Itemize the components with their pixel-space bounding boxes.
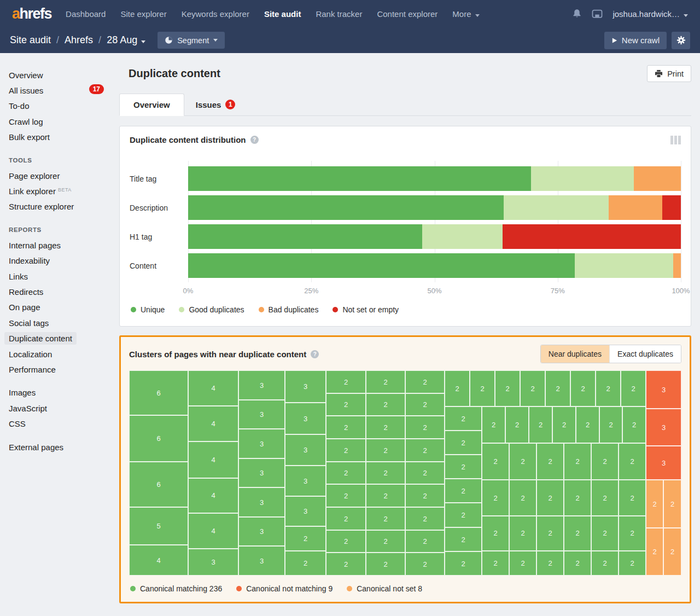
treemap-cell[interactable]: 2 [366,439,405,462]
nav-more[interactable]: More [452,9,479,19]
treemap-cell[interactable]: 2 [663,528,681,576]
monitor-icon[interactable] [592,9,603,19]
segment-button[interactable]: Segment [158,32,225,49]
legend-unique[interactable]: Unique [131,305,165,314]
treemap-cell[interactable]: 2 [564,480,591,516]
sidebar-item-overview[interactable]: Overview [9,67,119,83]
bar-segment-good-duplicates[interactable] [504,195,609,220]
treemap-cell[interactable]: 3 [238,370,285,400]
treemap-cell[interactable]: 2 [576,406,599,443]
sidebar-item-css[interactable]: CSS [9,416,119,431]
treemap-cell[interactable]: 3 [238,517,285,546]
legend-not-set-or-empty[interactable]: Not set or empty [332,305,399,314]
treemap-cell[interactable]: 3 [646,409,681,446]
nav-content-explorer[interactable]: Content explorer [377,9,438,19]
treemap-cell[interactable]: 2 [591,551,619,576]
legend-canonical-not-matching[interactable]: Canonical not matching 9 [236,584,332,593]
treemap-cell[interactable]: 2 [405,484,445,507]
treemap-cell[interactable]: 2 [405,370,445,393]
treemap-cell[interactable]: 2 [482,516,509,551]
settings-button[interactable] [672,32,690,49]
treemap-cell[interactable]: 2 [619,480,646,516]
treemap-cell[interactable]: 2 [570,370,596,406]
treemap-cell[interactable]: 2 [285,551,326,576]
new-crawl-button[interactable]: New crawl [604,32,667,49]
treemap-cell[interactable]: 2 [552,406,576,443]
sidebar-item-internal-pages[interactable]: Internal pages [9,237,119,253]
ahrefs-logo[interactable]: ahrefs [12,5,51,22]
treemap-cell[interactable]: 3 [238,429,285,458]
treemap-cell[interactable]: 2 [445,551,482,576]
bar-segment-bad-duplicates[interactable] [673,253,681,278]
treemap-cell[interactable]: 2 [405,393,445,416]
treemap-cell[interactable]: 2 [536,480,564,516]
treemap-cell[interactable]: 4 [188,513,238,549]
sidebar-item-page-explorer[interactable]: Page explorer [9,168,119,183]
treemap-cell[interactable]: 2 [445,370,470,406]
bell-icon[interactable] [572,9,582,19]
treemap-cell[interactable]: 2 [536,443,564,480]
treemap-cell[interactable]: 2 [509,480,536,516]
breadcrumb-28-aug[interactable]: 28 Aug [107,34,145,46]
treemap-cell[interactable]: 2 [509,443,536,480]
treemap-cell[interactable]: 3 [188,549,238,576]
treemap-cell[interactable]: 2 [564,551,591,576]
treemap-cell[interactable]: 5 [129,507,188,545]
treemap-cell[interactable]: 2 [482,480,509,516]
treemap-cell[interactable]: 2 [326,530,366,553]
treemap-cell[interactable]: 2 [405,507,445,530]
treemap-cell[interactable]: 3 [646,446,681,480]
bar-segment-unique[interactable] [188,166,531,191]
treemap-cell[interactable]: 2 [495,370,520,406]
treemap-cell[interactable]: 2 [646,528,663,576]
treemap-cell[interactable]: 3 [285,496,326,526]
toggle-near-duplicates[interactable]: Near duplicates [541,345,609,363]
treemap-cell[interactable]: 2 [366,416,405,439]
treemap-cell[interactable]: 2 [482,443,509,480]
treemap-cell[interactable]: 2 [529,406,552,443]
breadcrumb-ahrefs[interactable]: Ahrefs [65,34,93,46]
nav-site-audit[interactable]: Site audit [264,9,301,19]
bar-segment-not-set-or-empty[interactable] [662,195,681,220]
nav-keywords-explorer[interactable]: Keywords explorer [182,9,249,19]
treemap-cell[interactable]: 2 [445,406,482,431]
treemap-cell[interactable]: 4 [188,406,238,441]
sidebar-item-crawl-log[interactable]: Crawl log [9,114,119,129]
treemap-cell[interactable]: 2 [366,507,405,530]
sidebar-item-social-tags[interactable]: Social tags [9,315,119,330]
breadcrumb-site-audit[interactable]: Site audit [10,34,51,46]
sidebar-item-javascript[interactable]: JavaScript [9,400,119,416]
sidebar-item-localization[interactable]: Localization [9,346,119,362]
treemap-cell[interactable]: 2 [646,480,663,528]
sidebar-item-link-explorer[interactable]: Link explorerBETA [9,183,119,199]
bar-segment-unique[interactable] [188,253,575,278]
legend-canonical-matching[interactable]: Canonical matching 236 [130,584,222,593]
treemap-cell[interactable]: 6 [129,462,188,507]
sidebar-item-to-do[interactable]: To-do [9,98,119,114]
bar-segment-bad-duplicates[interactable] [634,166,681,191]
treemap-cell[interactable]: 2 [366,393,405,416]
treemap-cell[interactable]: 2 [509,551,536,576]
treemap-cell[interactable]: 2 [564,516,591,551]
sidebar-item-structure-explorer[interactable]: Structure explorer [9,199,119,214]
nav-site-explorer[interactable]: Site explorer [120,9,166,19]
treemap-cell[interactable]: 2 [536,516,564,551]
treemap-cell[interactable]: 2 [366,530,405,553]
treemap-cell[interactable]: 2 [405,530,445,553]
bar-segment-unique[interactable] [188,224,422,249]
treemap-cell[interactable]: 3 [238,458,285,487]
treemap-cell[interactable]: 2 [621,370,646,406]
treemap-cell[interactable]: 2 [405,553,445,576]
treemap-cell[interactable]: 2 [326,370,366,393]
treemap-cell[interactable]: 4 [188,370,238,406]
treemap-cell[interactable]: 2 [366,462,405,484]
treemap-cell[interactable]: 2 [366,370,405,393]
treemap-cell[interactable]: 2 [509,516,536,551]
sidebar-item-links[interactable]: Links [9,269,119,284]
bar-segment-good-duplicates[interactable] [575,253,673,278]
treemap-cell[interactable]: 3 [238,487,285,517]
nav-dashboard[interactable]: Dashboard [66,9,106,19]
sidebar-item-duplicate-content[interactable]: Duplicate content [9,330,119,346]
treemap-cell[interactable]: 2 [326,507,366,530]
treemap-cell[interactable]: 2 [622,406,646,443]
